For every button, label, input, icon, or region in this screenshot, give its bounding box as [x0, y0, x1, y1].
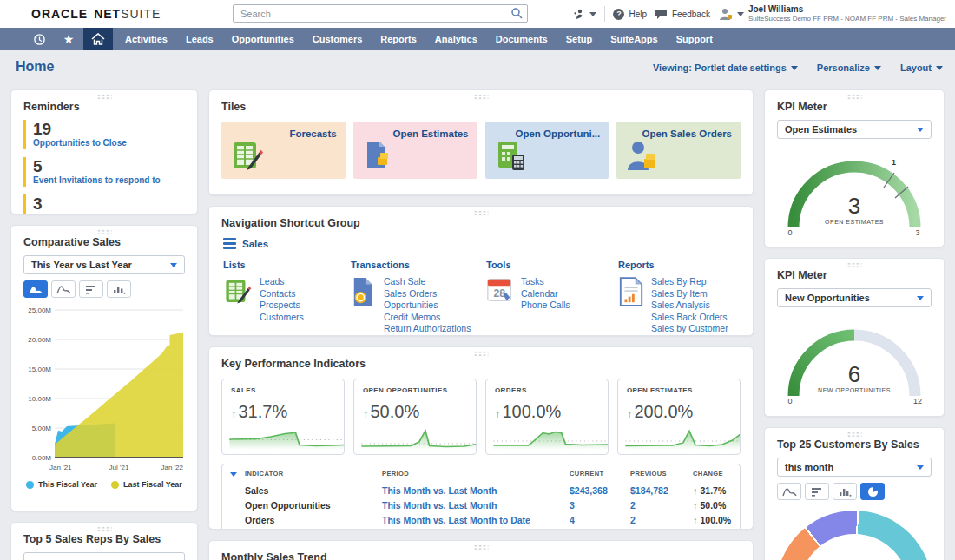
drag-handle-icon[interactable]	[474, 351, 489, 357]
recent-records-icon[interactable]	[24, 28, 54, 50]
shortcut-link[interactable]: Opportunities	[384, 300, 471, 312]
kpi-row-sales[interactable]: Sales This Month vs. Last Month $243,368…	[222, 483, 740, 497]
comparative-sales-chart[interactable]: 25.00M 20.00M 15.00M 10.00M 5.00M 0.00M …	[23, 303, 187, 478]
drag-handle-icon[interactable]	[97, 229, 112, 235]
drag-handle-icon[interactable]	[474, 94, 489, 100]
shortcut-link[interactable]: Phone Calls	[521, 300, 570, 312]
shortcut-link[interactable]: Calendar	[521, 288, 570, 300]
expand-caret-icon[interactable]	[230, 472, 237, 480]
open-estimates-sparkline	[623, 423, 741, 451]
nav-item-support[interactable]: Support	[676, 34, 713, 44]
user-menu[interactable]: Joel Williams SuiteSuccess Demo FF PRM -…	[718, 4, 946, 24]
area-chart-button[interactable]	[23, 280, 48, 298]
chevron-down-icon	[917, 128, 924, 135]
search-icon[interactable]	[510, 7, 523, 19]
drag-handle-icon[interactable]	[847, 94, 862, 100]
personalize-menu[interactable]: Personalize	[817, 62, 881, 74]
comparative-sales-range-select[interactable]: This Year vs Last Year	[23, 255, 185, 274]
sales-sparkline	[227, 423, 345, 451]
viewing-portlet-date-settings[interactable]: Viewing: Portlet date settings	[653, 62, 798, 74]
reminder-label[interactable]: Event Invitations to respond to	[33, 175, 185, 185]
reminder-tasks-to-complete[interactable]: 3 Tasks to complete	[23, 194, 185, 214]
nav-item-opportunities[interactable]: Opportunities	[232, 34, 294, 44]
kpi-row-orders[interactable]: Orders This Month vs. Last Month to Date…	[222, 512, 740, 527]
nav-item-analytics[interactable]: Analytics	[435, 34, 478, 44]
shortcut-link[interactable]: Prospects	[260, 300, 304, 312]
nav-item-activities[interactable]: Activities	[125, 34, 168, 44]
shortcut-link[interactable]: Sales Analysis	[651, 300, 728, 312]
shortcut-link[interactable]: Customers	[260, 312, 304, 324]
line-chart-button[interactable]	[51, 280, 76, 298]
shortcut-link[interactable]: Sales By Item	[651, 288, 728, 300]
shortcut-group-sales[interactable]: Sales	[223, 238, 753, 249]
nav-item-documents[interactable]: Documents	[496, 34, 548, 44]
kpi-card-open-estimates[interactable]: OPEN ESTIMATES 200.0%	[617, 379, 741, 455]
line-chart-button[interactable]	[777, 483, 801, 500]
top25-range-select[interactable]: this month	[777, 458, 932, 477]
help-button[interactable]: Help	[613, 9, 647, 20]
open-estimates-gauge: 1 3 OPEN ESTIMATES 0 3	[776, 149, 932, 236]
top5-range-select[interactable]	[23, 552, 185, 560]
kpi-card-open-opportunities[interactable]: OPEN OPPORTUNITIES 50.0%	[353, 379, 477, 455]
kpi-row-open-estimates[interactable]: Open Estimates This Month vs. Last Month…	[222, 527, 740, 530]
shortcut-link[interactable]: Leads	[260, 276, 304, 288]
tile-open-estimates[interactable]: Open Estimates	[353, 122, 478, 179]
bar-chart-button[interactable]	[833, 483, 857, 500]
reminder-count: 5	[33, 158, 185, 175]
summary-view-button[interactable]	[79, 280, 103, 298]
up-arrow-icon	[495, 407, 501, 420]
feedback-icon	[655, 9, 668, 20]
logo-net-text: NET	[94, 7, 121, 21]
shortcut-link[interactable]: Sales By Rep	[651, 276, 728, 288]
nav-item-customers[interactable]: Customers	[313, 34, 362, 44]
user-role: SuiteSuccess Demo FF PRM - NOAM FF PRM -…	[748, 15, 946, 23]
summary-view-button[interactable]	[805, 483, 829, 500]
drag-handle-icon[interactable]	[474, 210, 489, 216]
reminder-opportunities-to-close[interactable]: 19 Opportunities to Close	[23, 120, 185, 149]
shortcut-link[interactable]: Return Authorizations	[384, 323, 471, 335]
kpi-card-orders[interactable]: ORDERS 100.0%	[485, 379, 609, 455]
kpi-meter-select[interactable]: Open Estimates	[777, 120, 932, 139]
kpi-meter-select[interactable]: New Opportunities	[777, 288, 932, 307]
shortcuts-star-icon[interactable]	[54, 28, 83, 50]
shortcut-link[interactable]: Tasks	[521, 276, 570, 288]
roles-menu[interactable]	[572, 8, 596, 21]
shortcut-link[interactable]: Credit Memos	[384, 312, 471, 324]
shortcut-link[interactable]: Sales Orders	[384, 288, 471, 300]
tile-open-sales-orders[interactable]: Open Sales Orders	[616, 122, 741, 179]
shortcut-link[interactable]: Sales by Customer	[651, 323, 728, 335]
shortcut-column-transactions: Transactions Cash Sale Sales Orders Oppo…	[351, 260, 486, 335]
drag-handle-icon[interactable]	[847, 262, 862, 268]
bar-chart-button[interactable]	[107, 280, 131, 298]
drag-handle-icon[interactable]	[474, 544, 489, 550]
home-tab-icon[interactable]	[83, 28, 113, 50]
search-input[interactable]	[233, 4, 528, 23]
roles-icon	[572, 8, 585, 21]
tile-open-opportunities[interactable]: Open Opportuni...	[485, 122, 609, 179]
pie-chart-button[interactable]	[860, 483, 885, 500]
reminder-event-invitations[interactable]: 5 Event Invitations to respond to	[23, 157, 185, 187]
kpi-row-open-opportunities[interactable]: Open Opportunities This Month vs. Last M…	[222, 497, 740, 512]
reminder-label[interactable]: Opportunities to Close	[33, 138, 185, 148]
nav-item-setup[interactable]: Setup	[566, 34, 593, 44]
drag-handle-icon[interactable]	[97, 94, 112, 100]
svg-text:1: 1	[892, 158, 896, 167]
kpi-portlet: Key Performance Indicators SALES 31.7% O…	[208, 346, 754, 530]
shortcut-column-reports: Reports Sales By Rep Sales By Item Sales…	[618, 260, 728, 335]
page-header: Home Viewing: Portlet date settings Pers…	[0, 50, 955, 85]
feedback-button[interactable]: Feedback	[655, 9, 710, 20]
drag-handle-icon[interactable]	[847, 432, 862, 438]
tile-forecasts[interactable]: Forecasts	[221, 122, 346, 179]
reminder-label[interactable]: Tasks to complete	[33, 213, 185, 214]
top25-customers-donut-chart[interactable]	[776, 511, 932, 560]
shortcut-link[interactable]: Sales Back Orders	[651, 312, 728, 324]
shortcut-link[interactable]: Contacts	[260, 288, 304, 300]
layout-menu[interactable]: Layout	[900, 62, 943, 74]
shortcut-link[interactable]: Cash Sale	[384, 276, 471, 288]
drag-handle-icon[interactable]	[97, 526, 112, 532]
kpi-card-sales[interactable]: SALES 31.7%	[221, 379, 345, 455]
nav-item-leads[interactable]: Leads	[186, 34, 214, 44]
nav-item-suiteapps[interactable]: SuiteApps	[610, 34, 657, 44]
nav-item-reports[interactable]: Reports	[380, 34, 417, 44]
logo-suite-text: SUITE	[121, 7, 161, 21]
